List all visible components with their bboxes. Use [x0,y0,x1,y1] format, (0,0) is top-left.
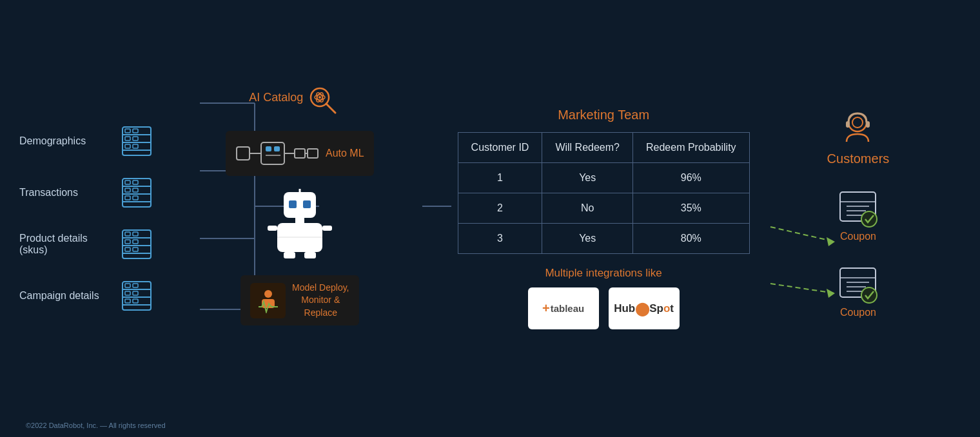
svg-rect-29 [125,196,130,200]
svg-rect-48 [133,291,138,295]
svg-rect-59 [266,146,271,151]
hubspot-logo-text: Hub ⬤ Spot [614,301,674,316]
svg-rect-50 [133,299,138,303]
integrations-section: Multiple integrations like + tableau Hub… [528,267,680,329]
svg-rect-28 [133,188,138,192]
coupon-label-2: Coupon [840,307,876,318]
marketing-title: Marketing Team [558,108,649,122]
svg-rect-31 [122,230,151,258]
cell-redeem-2: No [542,193,633,224]
coupon-item-1: Coupon [837,186,879,242]
coupon-label-1: Coupon [840,231,876,242]
svg-rect-18 [133,137,138,141]
svg-rect-83 [866,121,870,128]
svg-rect-25 [125,180,130,184]
deploy-box: Model Deploy, Monitor & Replace [240,275,358,326]
cell-prob-2: 35% [632,193,749,224]
datasource-transactions-label: Transactions [19,187,110,199]
coupon-item-2: Coupon [837,262,879,318]
svg-rect-15 [125,129,130,133]
svg-rect-62 [295,149,305,158]
svg-point-89 [861,211,877,227]
search-icon [308,86,337,115]
cell-redeem-3: Yes [542,224,633,254]
svg-rect-74 [268,226,277,231]
coupon-icon-2 [837,262,879,304]
svg-rect-16 [133,129,138,133]
svg-rect-57 [237,147,250,160]
robot-icon [268,189,332,260]
svg-rect-35 [125,232,130,236]
svg-rect-39 [125,248,130,251]
cell-id-3: 3 [458,224,542,254]
datasource-demographics: Demographics [19,124,161,158]
svg-rect-37 [125,240,130,244]
datasource-campaign: Campaign details [19,279,161,313]
ai-catalog-label: AI Catalog [249,91,303,104]
svg-rect-60 [274,146,280,151]
table-header-row: Customer ID Will Redeem? Redeem Probabil… [458,133,749,163]
ai-catalog-section: AI Catalog [226,92,374,326]
cell-prob-1: 96% [632,163,749,193]
svg-rect-75 [322,226,332,231]
datasource-product-label: Product details (skus) [19,233,110,256]
results-table: Customer ID Will Redeem? Redeem Probabil… [458,132,750,254]
svg-rect-47 [125,291,130,295]
svg-rect-38 [133,240,138,244]
customers-title: Customers [827,151,890,166]
datasource-transactions: Transactions [19,176,161,209]
cell-id-2: 2 [458,193,542,224]
svg-rect-68 [289,200,297,208]
data-sources-section: Demographics Transactions [19,124,161,313]
svg-rect-19 [125,144,130,148]
col-header-will-redeem: Will Redeem? [542,133,633,163]
svg-rect-11 [122,127,151,155]
svg-rect-82 [846,121,850,128]
table-row: 3 Yes 80% [458,224,749,254]
customers-icon [837,110,879,151]
robot-figure [268,189,332,262]
svg-rect-17 [125,137,130,141]
footer-copyright: ©2022 DataRobot, Inc. — All rights reser… [26,422,166,429]
datasource-campaign-label: Campaign details [19,290,110,302]
database-icon-demographics [121,124,152,158]
hubspot-logo: Hub ⬤ Spot [609,287,680,329]
svg-rect-26 [133,180,138,184]
svg-rect-40 [133,248,138,251]
svg-rect-76 [284,252,295,258]
customers-section: Customers Coupon [827,110,890,328]
svg-rect-58 [261,142,284,164]
automl-box: Auto ML [226,131,374,176]
svg-rect-36 [133,232,138,236]
svg-rect-77 [304,252,316,258]
svg-rect-45 [125,284,130,287]
tableau-logo: + tableau [528,287,599,329]
datasource-product: Product details (skus) [19,228,161,261]
svg-rect-30 [133,196,138,200]
tableau-logo-text: + tableau [542,301,584,316]
table-row: 1 Yes 96% [458,163,749,193]
col-header-probability: Redeem Probability [632,133,749,163]
svg-line-9 [770,284,835,293]
svg-point-81 [852,117,863,128]
svg-rect-41 [122,282,151,310]
coupon-icon-1 [837,186,879,228]
deploy-icon [250,283,286,318]
marketing-section: Marketing Team Customer ID Will Redeem? … [458,108,750,329]
svg-rect-21 [122,179,151,207]
integration-logos-row: + tableau Hub ⬤ Spot [528,287,680,329]
svg-rect-67 [284,192,316,218]
database-icon-product [121,228,152,261]
svg-point-55 [318,96,321,99]
svg-rect-69 [303,200,311,208]
svg-rect-49 [125,299,130,303]
cell-redeem-1: Yes [542,163,633,193]
database-icon-campaign [121,279,152,313]
database-icon-transactions [121,176,152,209]
svg-line-7 [770,227,835,242]
monitor-icon [255,287,281,313]
deploy-label: Model Deploy, Monitor & Replace [292,282,349,320]
datasource-demographics-label: Demographics [19,135,110,147]
svg-point-78 [264,290,272,298]
svg-rect-20 [133,144,138,148]
